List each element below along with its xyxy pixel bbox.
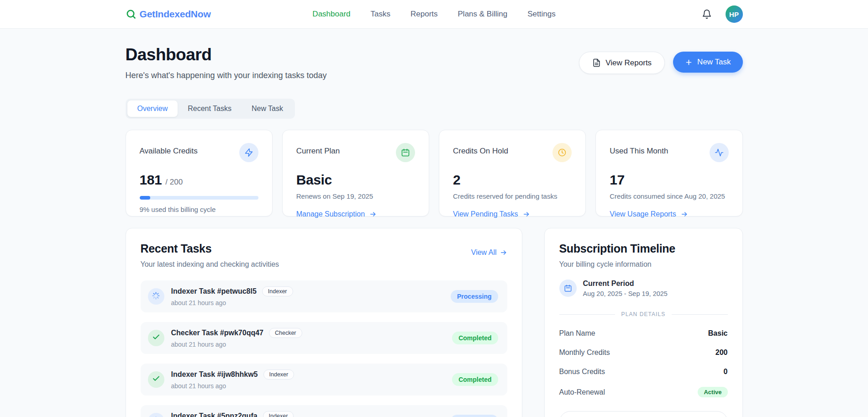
task-list: Indexer Task #petwuc8l5 Indexer about 21… <box>141 280 507 417</box>
nav-item-tasks[interactable]: Tasks <box>371 10 390 19</box>
check-icon <box>152 375 160 385</box>
nav-item-plans-billing[interactable]: Plans & Billing <box>458 10 508 19</box>
page-title: Dashboard <box>126 45 327 64</box>
new-task-label: New Task <box>697 58 731 67</box>
view-tabs: Overview Recent Tasks New Task <box>126 99 295 119</box>
calendar-icon <box>396 143 415 162</box>
arrow-right-icon <box>369 211 377 218</box>
card-title: Credits On Hold <box>453 143 508 156</box>
credits-denominator: / 200 <box>165 178 183 187</box>
nav-item-settings[interactable]: Settings <box>527 10 555 19</box>
task-name: Indexer Task #petwuc8l5 <box>171 287 257 296</box>
tab-new-task[interactable]: New Task <box>242 100 293 117</box>
dashboard-main: Dashboard Here's what's happening with y… <box>126 45 743 417</box>
clock-icon <box>552 143 572 162</box>
check-icon <box>152 333 160 343</box>
calendar-icon <box>559 280 577 297</box>
task-time: about 21 hours ago <box>171 299 293 306</box>
plus-icon <box>685 58 693 66</box>
detail-label: Auto-Renewal <box>559 388 605 396</box>
task-type-badge: Indexer <box>263 369 295 380</box>
card-title: Used This Month <box>610 143 668 156</box>
new-task-button[interactable]: New Task <box>673 52 742 73</box>
credits-value: 181 <box>140 172 162 188</box>
task-name: Indexer Task #5pnz2qufa <box>171 412 258 417</box>
main-nav: Dashboard Tasks Reports Plans & Billing … <box>312 10 555 19</box>
subscription-timeline-panel: Subscription Timeline Your billing cycle… <box>544 228 743 417</box>
view-pending-tasks-label: View Pending Tasks <box>453 210 518 218</box>
hold-value: 2 <box>453 172 460 188</box>
tab-recent-tasks[interactable]: Recent Tasks <box>178 100 242 117</box>
task-name: Checker Task #pwk70qq47 <box>171 329 263 337</box>
task-time: about 21 hours ago <box>171 382 295 390</box>
task-row[interactable]: Indexer Task #5pnz2qufa Indexer about 22… <box>141 405 507 417</box>
used-value: 17 <box>610 172 625 188</box>
detail-label: Bonus Credits <box>559 368 605 376</box>
current-period-label: Current Period <box>583 280 668 288</box>
detail-row-monthly-credits: Monthly Credits 200 <box>559 348 728 357</box>
credits-progress-fill <box>140 196 150 200</box>
task-row[interactable]: Indexer Task #ijw8hhkw5 Indexer about 21… <box>141 364 507 396</box>
manage-subscription-link[interactable]: Manage Subscription <box>296 210 377 218</box>
used-note: Credits consumed since Aug 20, 2025 <box>610 192 728 200</box>
view-reports-label: View Reports <box>605 58 652 68</box>
detail-value: Basic <box>708 329 728 338</box>
recent-tasks-title: Recent Tasks <box>141 242 279 255</box>
activity-icon <box>710 143 729 162</box>
bolt-icon <box>239 143 258 162</box>
plan-details-divider: PLAN DETAILS <box>559 311 728 317</box>
view-usage-reports-label: View Usage Reports <box>610 210 676 218</box>
current-period-value: Aug 20, 2025 - Sep 19, 2025 <box>583 290 668 297</box>
task-type-badge: Indexer <box>263 411 294 417</box>
top-navigation-bar: GetIndexedNow Dashboard Tasks Reports Pl… <box>0 0 868 29</box>
manage-subscription-link-label: Manage Subscription <box>296 210 365 218</box>
spinner-icon <box>152 291 160 302</box>
recent-tasks-panel: Recent Tasks Your latest indexing and ch… <box>126 228 522 417</box>
detail-label: Monthly Credits <box>559 348 610 357</box>
task-type-badge: Checker <box>269 328 302 338</box>
subscription-subtitle: Your billing cycle information <box>559 260 728 269</box>
search-icon <box>126 9 137 20</box>
status-badge: Completed <box>452 373 498 386</box>
logo-text: GetIndexedNow <box>140 9 211 20</box>
hold-note: Credits reserved for pending tasks <box>453 192 572 200</box>
view-usage-reports-link[interactable]: View Usage Reports <box>610 210 688 218</box>
nav-item-reports[interactable]: Reports <box>410 10 438 19</box>
view-all-label: View All <box>471 248 497 257</box>
detail-label: Plan Name <box>559 329 595 338</box>
plan-renewal-note: Renews on Sep 19, 2025 <box>296 192 415 200</box>
task-row[interactable]: Checker Task #pwk70qq47 Checker about 21… <box>141 322 507 354</box>
manage-subscription-button[interactable]: Manage Subscription <box>559 411 728 417</box>
notifications-button[interactable] <box>700 7 714 21</box>
nav-item-dashboard[interactable]: Dashboard <box>312 10 350 19</box>
view-pending-tasks-link[interactable]: View Pending Tasks <box>453 210 530 218</box>
task-row[interactable]: Indexer Task #petwuc8l5 Indexer about 21… <box>141 280 507 312</box>
card-title: Available Credits <box>140 143 198 156</box>
view-all-link[interactable]: View All <box>471 248 507 257</box>
credits-footnote: 9% used this billing cycle <box>140 206 258 213</box>
subscription-title: Subscription Timeline <box>559 242 728 255</box>
detail-row-plan-name: Plan Name Basic <box>559 329 728 338</box>
tab-overview[interactable]: Overview <box>127 100 178 117</box>
credits-on-hold-card: Credits On Hold 2 Credits reserved for p… <box>439 130 586 216</box>
detail-row-bonus-credits: Bonus Credits 0 <box>559 368 728 376</box>
task-name: Indexer Task #ijw8hhkw5 <box>171 370 258 379</box>
auto-renewal-status-badge: Active <box>698 387 727 397</box>
bell-icon <box>702 9 712 19</box>
detail-value: 0 <box>724 368 728 376</box>
status-badge: Completed <box>452 332 498 344</box>
arrow-right-icon <box>681 211 688 218</box>
app-logo[interactable]: GetIndexedNow <box>126 9 313 20</box>
task-type-badge: Indexer <box>262 286 293 296</box>
view-reports-button[interactable]: View Reports <box>579 52 665 74</box>
card-title: Current Plan <box>296 143 340 156</box>
status-badge: Processing <box>451 290 498 303</box>
plan-value: Basic <box>296 172 332 188</box>
page-subtitle: Here's what's happening with your indexi… <box>126 71 327 80</box>
available-credits-card: Available Credits 181 / 200 9% used this… <box>126 130 273 216</box>
detail-row-auto-renewal: Auto-Renewal Active <box>559 387 728 397</box>
file-text-icon <box>592 58 601 67</box>
status-badge: Processing <box>451 415 498 417</box>
recent-tasks-subtitle: Your latest indexing and checking activi… <box>141 260 279 269</box>
user-avatar[interactable]: HP <box>726 5 743 23</box>
